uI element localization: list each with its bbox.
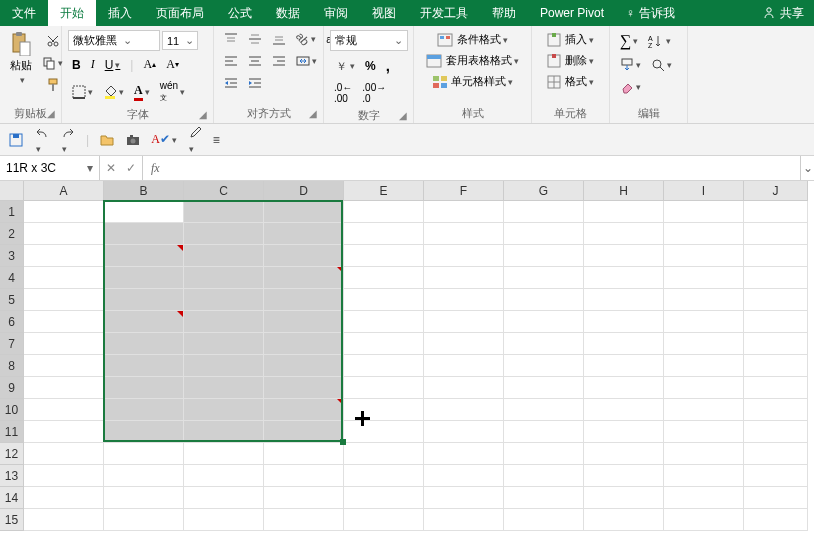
- cell-A12[interactable]: [24, 443, 104, 465]
- cell-J2[interactable]: [744, 223, 808, 245]
- spreadsheet-grid[interactable]: ABCDEFGHIJ 123456789101112131415: [0, 181, 814, 552]
- cell-D3[interactable]: [264, 245, 344, 267]
- cell-E14[interactable]: [344, 487, 424, 509]
- cell-J6[interactable]: [744, 311, 808, 333]
- cell-G3[interactable]: [504, 245, 584, 267]
- col-header-F[interactable]: F: [424, 181, 504, 201]
- cell-H2[interactable]: [584, 223, 664, 245]
- col-header-C[interactable]: C: [184, 181, 264, 201]
- cell-C7[interactable]: [184, 333, 264, 355]
- cell-B3[interactable]: [104, 245, 184, 267]
- cell-A15[interactable]: [24, 509, 104, 531]
- row-header-5[interactable]: 5: [0, 289, 24, 311]
- cell-D12[interactable]: [264, 443, 344, 465]
- cell-I3[interactable]: [664, 245, 744, 267]
- cell-I15[interactable]: [664, 509, 744, 531]
- col-header-H[interactable]: H: [584, 181, 664, 201]
- cell-H9[interactable]: [584, 377, 664, 399]
- cell-G2[interactable]: [504, 223, 584, 245]
- cell-J9[interactable]: [744, 377, 808, 399]
- save-button[interactable]: [8, 132, 24, 148]
- cell-C14[interactable]: [184, 487, 264, 509]
- cell-B13[interactable]: [104, 465, 184, 487]
- fill-handle[interactable]: [340, 439, 346, 445]
- cell-I2[interactable]: [664, 223, 744, 245]
- col-header-E[interactable]: E: [344, 181, 424, 201]
- row-header-14[interactable]: 14: [0, 487, 24, 509]
- cell-I10[interactable]: [664, 399, 744, 421]
- row-header-11[interactable]: 11: [0, 421, 24, 443]
- bold-button[interactable]: B: [68, 56, 85, 74]
- cell-A3[interactable]: [24, 245, 104, 267]
- cell-H12[interactable]: [584, 443, 664, 465]
- cell-C9[interactable]: [184, 377, 264, 399]
- orientation-button[interactable]: ab▾: [292, 30, 320, 48]
- cell-C5[interactable]: [184, 289, 264, 311]
- cell-F8[interactable]: [424, 355, 504, 377]
- cell-F12[interactable]: [424, 443, 504, 465]
- cell-J14[interactable]: [744, 487, 808, 509]
- tab-view[interactable]: 视图: [360, 0, 408, 26]
- cell-F6[interactable]: [424, 311, 504, 333]
- percent-button[interactable]: %: [361, 57, 380, 75]
- tab-help[interactable]: 帮助: [480, 0, 528, 26]
- cell-E5[interactable]: [344, 289, 424, 311]
- cell-G8[interactable]: [504, 355, 584, 377]
- cell-H7[interactable]: [584, 333, 664, 355]
- row-header-15[interactable]: 15: [0, 509, 24, 531]
- redo-button[interactable]: ▾: [60, 125, 76, 155]
- cell-G6[interactable]: [504, 311, 584, 333]
- format-cells-button[interactable]: 格式▾: [538, 72, 603, 91]
- cell-J15[interactable]: [744, 509, 808, 531]
- align-right-button[interactable]: [268, 52, 290, 70]
- row-header-10[interactable]: 10: [0, 399, 24, 421]
- tab-formulas[interactable]: 公式: [216, 0, 264, 26]
- font-name-select[interactable]: 微软雅黑⌄: [68, 30, 160, 51]
- paste-button[interactable]: 粘贴 ▾: [6, 30, 36, 104]
- cell-F4[interactable]: [424, 267, 504, 289]
- cell-F3[interactable]: [424, 245, 504, 267]
- delete-cells-button[interactable]: 删除▾: [538, 51, 603, 70]
- cell-H1[interactable]: [584, 201, 664, 223]
- tab-data[interactable]: 数据: [264, 0, 312, 26]
- cell-A5[interactable]: [24, 289, 104, 311]
- qat-customize[interactable]: ≡: [213, 133, 220, 147]
- cell-I7[interactable]: [664, 333, 744, 355]
- row-header-12[interactable]: 12: [0, 443, 24, 465]
- row-header-9[interactable]: 9: [0, 377, 24, 399]
- align-bottom-button[interactable]: [268, 30, 290, 48]
- cell-J8[interactable]: [744, 355, 808, 377]
- undo-button[interactable]: ▾: [34, 125, 50, 155]
- cell-G9[interactable]: [504, 377, 584, 399]
- cell-H6[interactable]: [584, 311, 664, 333]
- tab-insert[interactable]: 插入: [96, 0, 144, 26]
- cell-C12[interactable]: [184, 443, 264, 465]
- camera-button[interactable]: [125, 132, 141, 148]
- cell-A10[interactable]: [24, 399, 104, 421]
- cell-I1[interactable]: [664, 201, 744, 223]
- cell-C6[interactable]: [184, 311, 264, 333]
- cell-D14[interactable]: [264, 487, 344, 509]
- tab-page-layout[interactable]: 页面布局: [144, 0, 216, 26]
- cell-I14[interactable]: [664, 487, 744, 509]
- cell-H10[interactable]: [584, 399, 664, 421]
- increase-indent-button[interactable]: [244, 74, 266, 92]
- cell-A4[interactable]: [24, 267, 104, 289]
- cell-G14[interactable]: [504, 487, 584, 509]
- sort-filter-button[interactable]: AZ▾: [644, 32, 675, 50]
- cell-B4[interactable]: [104, 267, 184, 289]
- border-button[interactable]: ▾: [68, 83, 97, 101]
- cell-G7[interactable]: [504, 333, 584, 355]
- cell-E4[interactable]: [344, 267, 424, 289]
- cell-J4[interactable]: [744, 267, 808, 289]
- tab-file[interactable]: 文件: [0, 0, 48, 26]
- cell-H13[interactable]: [584, 465, 664, 487]
- merge-button[interactable]: ▾: [292, 52, 321, 70]
- underline-button[interactable]: U▾: [101, 56, 125, 74]
- fill-button[interactable]: ▾: [616, 56, 645, 74]
- cell-J7[interactable]: [744, 333, 808, 355]
- cell-F13[interactable]: [424, 465, 504, 487]
- cell-D2[interactable]: [264, 223, 344, 245]
- cell-C3[interactable]: [184, 245, 264, 267]
- cell-E10[interactable]: [344, 399, 424, 421]
